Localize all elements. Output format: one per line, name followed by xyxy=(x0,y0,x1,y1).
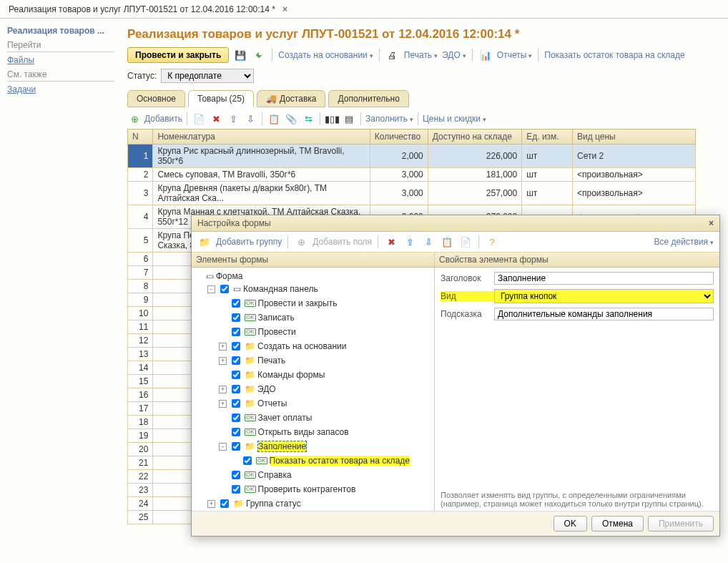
table-cell[interactable]: 24 xyxy=(128,497,153,511)
kind-select[interactable]: Группа кнопок xyxy=(494,289,714,303)
print-icon[interactable]: 🖨 xyxy=(385,48,400,62)
tree-item[interactable]: OK Показать остаток товара на складе xyxy=(193,454,433,468)
paste-icon[interactable]: 📄 xyxy=(458,235,473,249)
visibility-checkbox[interactable] xyxy=(232,313,240,322)
tab-main[interactable]: Основное xyxy=(127,90,185,107)
copy-icon[interactable]: 📄 xyxy=(192,112,206,126)
table-cell[interactable]: Крупа Рис красный длиннозерный, ТМ Bravo… xyxy=(153,145,370,168)
table-cell[interactable]: 12 xyxy=(128,334,153,348)
tree-item[interactable]: +📁 Группа статус xyxy=(193,496,433,511)
expand-icon[interactable]: + xyxy=(207,500,215,508)
print-button[interactable]: Печать xyxy=(404,50,438,60)
table-cell[interactable]: <произвольная> xyxy=(573,168,696,182)
table-cell[interactable]: Сети 2 xyxy=(573,145,696,168)
visibility-checkbox[interactable] xyxy=(220,285,229,293)
move-up-icon[interactable]: ⇧ xyxy=(403,235,417,249)
table-cell[interactable]: 13 xyxy=(128,348,153,361)
list-icon[interactable]: ▤ xyxy=(342,112,356,126)
delete-icon[interactable]: ✖ xyxy=(209,112,223,126)
save-icon[interactable]: 💾 xyxy=(233,48,247,62)
expand-icon[interactable]: + xyxy=(219,400,227,408)
tab-goods[interactable]: Товары (25) xyxy=(188,90,254,107)
table-cell[interactable]: 25 xyxy=(128,511,153,524)
tree-item[interactable]: -▭ Командная панель xyxy=(193,282,433,296)
table-cell[interactable]: Смесь суповая, ТМ Bravolli, 350г*6 xyxy=(153,168,370,182)
table-cell[interactable]: 19 xyxy=(128,429,153,443)
post-and-close-button[interactable]: Провести и закрыть xyxy=(127,47,229,63)
expand-icon[interactable]: - xyxy=(207,285,215,293)
tree-item[interactable]: OK Записать xyxy=(193,310,433,325)
table-cell[interactable]: 11 xyxy=(128,320,153,334)
show-stock-button[interactable]: Показать остаток товара на складе xyxy=(544,50,684,60)
form-elements-tree[interactable]: ▭ Форма-▭ Командная панельOK Провести и … xyxy=(192,268,434,511)
tab-extra[interactable]: Дополнительно xyxy=(328,90,408,107)
table-cell[interactable]: 257,000 xyxy=(428,182,521,205)
visibility-checkbox[interactable] xyxy=(232,299,240,308)
fill-button[interactable]: Заполнить xyxy=(365,114,413,124)
tree-item[interactable]: OK Зачет оплаты xyxy=(193,411,433,425)
close-icon[interactable]: × xyxy=(282,4,287,14)
table-cell[interactable]: 5 xyxy=(128,229,153,253)
table-cell[interactable]: 14 xyxy=(128,361,153,375)
status-select[interactable]: К предоплате xyxy=(161,69,254,83)
column-header[interactable]: Номенклатура xyxy=(153,129,370,145)
table-cell[interactable]: 16 xyxy=(128,388,153,402)
table-cell[interactable]: <произвольная> xyxy=(573,182,696,205)
table-cell[interactable]: 4 xyxy=(128,205,153,229)
table-cell[interactable]: 226,000 xyxy=(428,145,521,168)
close-icon[interactable]: × xyxy=(709,218,714,228)
table-cell[interactable]: 23 xyxy=(128,484,153,497)
visibility-checkbox[interactable] xyxy=(232,328,240,336)
table-cell[interactable]: Крупа Древняя (пакеты д/варки 5х80г), ТМ… xyxy=(153,182,370,205)
expand-icon[interactable]: - xyxy=(219,443,227,451)
nav-link[interactable]: Файлы xyxy=(7,55,114,65)
document-tab[interactable]: Реализация товаров и услуг ЛПУТ-001521 о… xyxy=(3,0,293,18)
table-cell[interactable]: 3,000 xyxy=(370,168,428,182)
add-button[interactable]: Добавить xyxy=(144,114,182,124)
visibility-checkbox[interactable] xyxy=(232,385,240,393)
barcode-icon[interactable]: ▮▯▮ xyxy=(325,112,339,126)
tree-item[interactable]: +📁 ЭДО xyxy=(193,382,433,396)
copy-icon[interactable]: 📋 xyxy=(440,235,454,249)
visibility-checkbox[interactable] xyxy=(232,413,240,422)
tree-item[interactable]: OK Открыть виды запасов xyxy=(193,425,433,439)
visibility-checkbox[interactable] xyxy=(232,428,240,436)
add-group-button[interactable]: Добавить группу xyxy=(216,237,282,247)
visibility-checkbox[interactable] xyxy=(232,356,240,365)
expand-icon[interactable]: + xyxy=(219,386,227,393)
table-cell[interactable]: 17 xyxy=(128,402,153,416)
prices-button[interactable]: Цены и скидки xyxy=(423,114,486,124)
expand-icon[interactable]: + xyxy=(219,343,227,351)
tree-item[interactable]: +📁 Печать xyxy=(193,353,433,368)
table-cell[interactable]: 9 xyxy=(128,293,153,307)
visibility-checkbox[interactable] xyxy=(232,342,240,351)
nav-link[interactable]: Задачи xyxy=(7,84,114,94)
tree-item[interactable]: OK Провести xyxy=(193,325,433,339)
tree-item[interactable]: +📁 Отчеты xyxy=(193,396,433,411)
column-header[interactable]: Количество xyxy=(370,129,428,145)
reports-button[interactable]: Отчеты xyxy=(497,50,532,60)
edo-button[interactable]: ЭДО xyxy=(442,50,466,60)
add-icon[interactable]: ⊕ xyxy=(127,112,142,126)
table-cell[interactable]: шт xyxy=(522,182,573,205)
table-cell[interactable]: 21 xyxy=(128,456,153,470)
table-cell[interactable]: 2 xyxy=(128,168,153,182)
table-cell[interactable]: 1 xyxy=(128,145,153,168)
add-group-icon[interactable]: 📁 xyxy=(197,235,212,249)
table-cell[interactable]: 18 xyxy=(128,416,153,429)
tab-delivery[interactable]: 🚚Доставка xyxy=(257,90,326,107)
move-up-icon[interactable]: ⇧ xyxy=(226,112,240,126)
table-cell[interactable]: 10 xyxy=(128,307,153,320)
table-row[interactable]: 2Смесь суповая, ТМ Bravolli, 350г*63,000… xyxy=(128,168,696,182)
header-input[interactable] xyxy=(494,272,714,285)
post-icon[interactable] xyxy=(252,48,266,62)
visibility-checkbox[interactable] xyxy=(232,471,240,479)
table-cell[interactable]: 181,000 xyxy=(428,168,521,182)
table-cell[interactable]: шт xyxy=(522,145,573,168)
table-cell[interactable]: 15 xyxy=(128,375,153,388)
tree-item[interactable]: OK Справка xyxy=(193,468,433,482)
table-cell[interactable]: 2,000 xyxy=(370,145,428,168)
table-cell[interactable]: 22 xyxy=(128,470,153,484)
expand-icon[interactable]: + xyxy=(219,357,227,365)
visibility-checkbox[interactable] xyxy=(232,442,240,451)
